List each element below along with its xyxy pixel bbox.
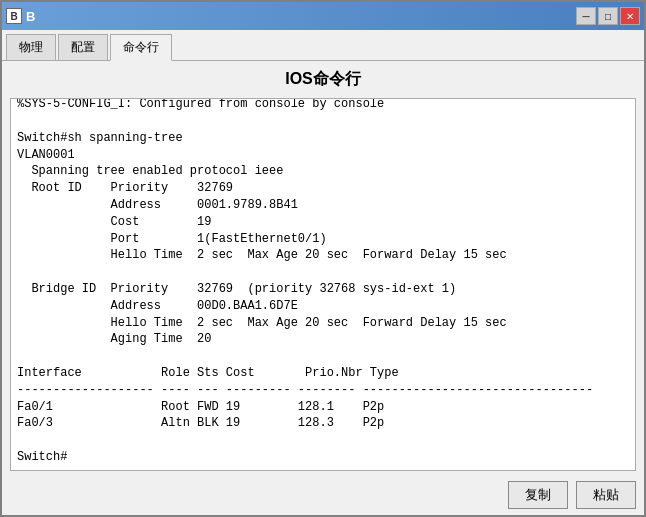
maximize-button[interactable]: □ — [598, 7, 618, 25]
tab-physics[interactable]: 物理 — [6, 34, 56, 60]
terminal-output[interactable]: Switch#CONF T Enter configuration comman… — [10, 98, 636, 471]
minimize-button[interactable]: ─ — [576, 7, 596, 25]
copy-button[interactable]: 复制 — [508, 481, 568, 509]
content-area: Switch#CONF T Enter configuration comman… — [2, 94, 644, 475]
tab-bar: 物理 配置 命令行 — [2, 30, 644, 61]
page-title: IOS命令行 — [2, 61, 644, 94]
window-title: B — [26, 9, 35, 24]
title-bar-left: B B — [6, 8, 35, 24]
main-window: B B ─ □ ✕ 物理 配置 命令行 IOS命令行 Switch#CONF T… — [0, 0, 646, 517]
close-button[interactable]: ✕ — [620, 7, 640, 25]
window-controls: ─ □ ✕ — [576, 7, 640, 25]
bottom-bar: 复制 粘贴 — [2, 475, 644, 515]
title-bar: B B ─ □ ✕ — [2, 2, 644, 30]
window-icon: B — [6, 8, 22, 24]
tab-command[interactable]: 命令行 — [110, 34, 172, 61]
paste-button[interactable]: 粘贴 — [576, 481, 636, 509]
tab-config[interactable]: 配置 — [58, 34, 108, 60]
